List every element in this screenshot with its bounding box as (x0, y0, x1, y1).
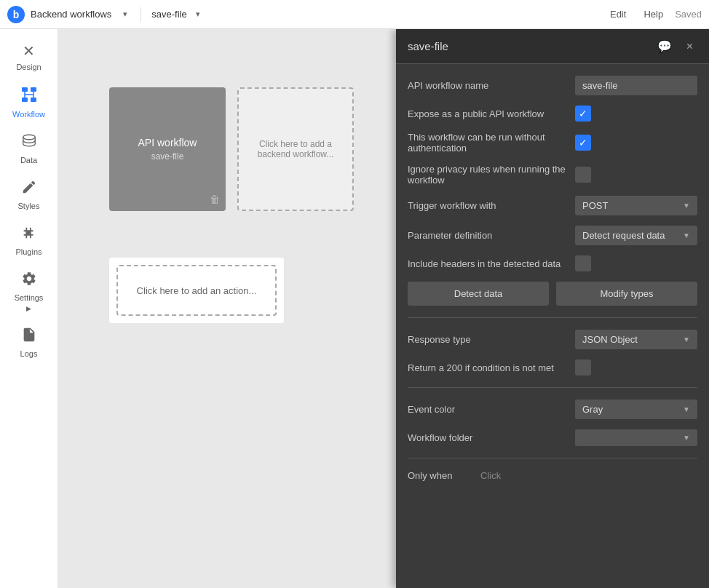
workflow-dropdown-button[interactable]: ▾ (193, 8, 203, 20)
main-layout: ✕ Design Workflow (0, 29, 709, 588)
svg-rect-0 (22, 87, 28, 92)
panel-close-button[interactable]: × (682, 39, 697, 55)
workflow-icon (20, 86, 38, 107)
api-workflow-name-value: save-file (575, 76, 697, 95)
actions-container: Click here to add an action... (109, 258, 284, 323)
sidebar-item-logs[interactable]: Logs (4, 321, 55, 364)
settings-arrow-icon: ▶ (26, 305, 31, 312)
expose-row: Expose as a public API workflow ✓ (408, 106, 697, 122)
expose-checkbox[interactable]: ✓ (575, 106, 591, 122)
design-icon: ✕ (23, 42, 35, 60)
sidebar-label-logs: Logs (20, 349, 38, 358)
expose-label: Expose as a public API workflow (408, 108, 568, 119)
sidebar-label-plugins: Plugins (15, 247, 41, 256)
modify-types-button[interactable]: Modify types (556, 282, 697, 306)
settings-panel: save-file 💬 × API workflow name save-fil… (396, 29, 709, 588)
api-workflow-block-title: API workflow (138, 137, 197, 148)
no-auth-row: This workflow can be run without authent… (408, 132, 697, 154)
event-color-arrow-icon: ▼ (683, 405, 690, 413)
detect-data-button[interactable]: Detect data (408, 282, 549, 306)
sidebar-label-settings: Settings (15, 293, 44, 302)
data-icon (21, 133, 37, 153)
svg-rect-3 (31, 98, 36, 102)
param-dropdown-arrow-icon: ▼ (683, 231, 690, 239)
only-when-label: Only when (408, 470, 473, 481)
only-when-click-target[interactable]: Click (480, 470, 501, 481)
svg-rect-2 (22, 98, 28, 102)
logs-icon (21, 327, 37, 346)
response-type-value: JSON Object (582, 334, 638, 345)
api-workflow-name-row: API workflow name save-file (408, 76, 697, 95)
response-type-row: Response type JSON Object ▼ (408, 330, 697, 349)
workflow-folder-label: Workflow folder (408, 432, 568, 443)
sidebar-label-styles: Styles (18, 202, 40, 210)
include-headers-checkbox[interactable] (575, 255, 591, 271)
sidebar-label-workflow: Workflow (12, 110, 45, 119)
add-action-label: Click here to add an action... (137, 285, 257, 296)
no-auth-label: This workflow can be run without authent… (408, 132, 568, 154)
panel-comment-button[interactable]: 💬 (653, 38, 676, 55)
response-type-label: Response type (408, 334, 568, 345)
styles-icon (21, 179, 37, 199)
api-workflow-name-label: API workflow name (408, 80, 568, 91)
no-auth-checkbox[interactable]: ✓ (575, 135, 591, 151)
include-headers-label: Include headers in the detected data (408, 258, 568, 269)
trigger-row: Trigger workflow with POST ▼ (408, 196, 697, 215)
workflow-folder-row: Workflow folder ▼ (408, 429, 697, 446)
panel-body: API workflow name save-file Expose as a … (396, 64, 709, 493)
include-headers-row: Include headers in the detected data (408, 255, 697, 271)
trigger-dropdown-arrow-icon: ▼ (683, 202, 690, 210)
ignore-privacy-checkbox[interactable] (575, 167, 591, 183)
param-definition-value: Detect request data (582, 230, 665, 241)
trigger-value: POST (582, 200, 608, 211)
param-definition-row: Parameter definition Detect request data… (408, 226, 697, 245)
api-workflow-block-subtitle: save-file (151, 151, 184, 162)
event-color-label: Event color (408, 404, 568, 415)
divider-2 (408, 387, 697, 388)
app-name: Backend workflows (31, 9, 111, 20)
ignore-privacy-row: Ignore privacy rules when running the wo… (408, 164, 697, 186)
add-workflow-button[interactable]: Click here to add a backend workflow... (237, 87, 354, 211)
sidebar-label-design: Design (16, 63, 41, 71)
event-color-value: Gray (582, 404, 603, 415)
canvas-area: API workflow save-file 🗑 Click here to a… (58, 29, 709, 588)
workflow-folder-arrow-icon: ▼ (683, 434, 690, 442)
event-color-dropdown[interactable]: Gray ▼ (575, 400, 697, 419)
event-color-row: Event color Gray ▼ (408, 400, 697, 419)
only-when-row: Only when Click (408, 470, 697, 481)
trigger-label: Trigger workflow with (408, 200, 568, 211)
panel-header: save-file 💬 × (396, 29, 709, 64)
sidebar-item-data[interactable]: Data (4, 127, 55, 170)
param-definition-dropdown[interactable]: Detect request data ▼ (575, 226, 697, 245)
workflow-name: save-file (151, 9, 186, 20)
trigger-dropdown[interactable]: POST ▼ (575, 196, 697, 215)
edit-menu-button[interactable]: Edit (604, 6, 632, 23)
return-200-row: Return a 200 if condition is not met (408, 359, 697, 376)
add-workflow-label: Click here to add a backend workflow... (246, 139, 345, 159)
app-logo: b (7, 6, 25, 23)
help-menu-button[interactable]: Help (638, 6, 669, 23)
return-200-checkbox[interactable] (575, 359, 591, 376)
workflow-folder-dropdown[interactable]: ▼ (575, 429, 697, 446)
svg-rect-1 (31, 87, 36, 92)
return-200-label: Return a 200 if condition is not met (408, 362, 568, 373)
expose-check-icon: ✓ (579, 108, 587, 119)
detect-modify-row: Detect data Modify types (408, 282, 697, 306)
topbar: b Backend workflows ▾ save-file ▾ Edit H… (0, 0, 709, 29)
add-action-button[interactable]: Click here to add an action... (116, 265, 277, 316)
sidebar-item-plugins[interactable]: Plugins (4, 219, 55, 262)
delete-block-icon[interactable]: 🗑 (210, 194, 220, 205)
param-definition-label: Parameter definition (408, 230, 568, 241)
sidebar-item-settings[interactable]: Settings ▶ (4, 265, 55, 318)
response-type-arrow-icon: ▼ (683, 335, 690, 343)
response-type-dropdown[interactable]: JSON Object ▼ (575, 330, 697, 349)
api-workflow-block[interactable]: API workflow save-file 🗑 (109, 87, 226, 211)
app-dropdown-button[interactable]: ▾ (120, 8, 130, 20)
topbar-divider (140, 7, 141, 22)
sidebar-item-workflow[interactable]: Workflow (4, 80, 55, 124)
sidebar-item-styles[interactable]: Styles (4, 173, 55, 216)
no-auth-check-icon: ✓ (579, 137, 587, 148)
sidebar-item-design[interactable]: ✕ Design (4, 36, 55, 77)
saved-status: Saved (675, 9, 702, 20)
panel-title: save-file (408, 40, 647, 52)
